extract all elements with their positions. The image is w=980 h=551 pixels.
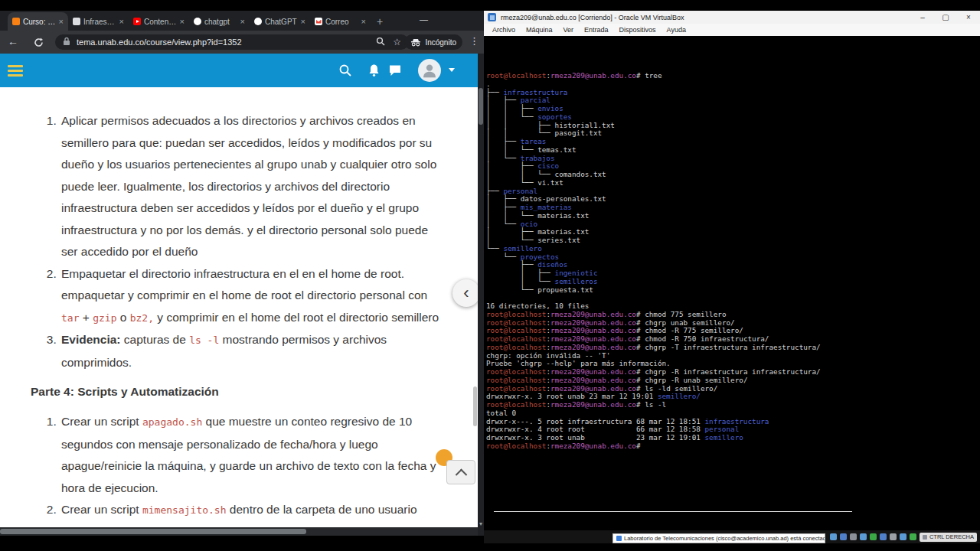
tab-label: chatgpt [204,18,237,26]
terminal-output[interactable]: root@localhost:rmeza209@unab.edu.co# tre… [486,72,821,451]
tab-close-icon[interactable]: × [301,18,305,26]
new-tab-button[interactable]: + [377,15,383,28]
vbox-menubar: Archivo Máquina Ver Entrada Dispositivos… [484,24,980,36]
gmail-favicon [315,18,322,25]
task-item: Crear un script apagado.sh que muestre u… [60,411,447,499]
menu-dispositivos[interactable]: Dispositivos [614,26,662,34]
keyboard-capture-icon [923,535,927,540]
vbox-window-title: rmeza209@unab.edu.co [Corriendo] - Oracl… [501,14,911,21]
tab-label: Curso: Infraestructura [23,18,56,26]
scroll-down-arrow-icon[interactable]: ▾ [478,520,484,527]
menu-maquina[interactable]: Máquina [521,26,558,34]
recording-status-icon[interactable] [900,533,906,540]
task-item: Aplicar permisos adecuados a los directo… [60,110,447,263]
tab-curso[interactable]: Curso: Infraestructura × [8,12,68,31]
vbox-notification: Laboratorio de Telecomunicaciones (cisco… [612,533,825,543]
bookmark-star-icon[interactable]: ☆ [393,37,401,47]
tab-chatgpt-1[interactable]: chatgpt × [189,12,250,31]
scroll-to-top-button[interactable] [446,460,475,484]
chatgpt-favicon [194,18,201,25]
menu-ver[interactable]: Ver [558,26,580,34]
browser-menu-button[interactable]: ⋮ [469,35,479,47]
vm-display-edge [494,511,852,512]
tab-correo[interactable]: Correo × [310,12,371,31]
tab-chatgpt-2[interactable]: ChatGPT × [250,12,310,31]
task-item: Empaquetar el directorio infraestructura… [60,263,447,330]
browser-window: Curso: Infraestructura × Infraestructura… [0,11,484,536]
tab-label: ChatGPT [265,18,298,26]
menu-entrada[interactable]: Entrada [579,26,614,34]
mouse-integration-status-icon[interactable] [910,533,916,540]
vm-display[interactable]: root@localhost:rmeza209@unab.edu.co# tre… [484,36,980,530]
browser-toolbar: ← tema.unab.edu.co/course/view.php?id=13… [0,31,484,54]
menu-archivo[interactable]: Archivo [487,26,521,34]
host-key-indicator: CTRL DERECHA [920,533,977,542]
search-icon[interactable] [338,64,352,80]
zoom-icon[interactable] [376,35,385,49]
refresh-button[interactable] [34,37,44,51]
hamburger-menu-icon[interactable] [8,65,23,79]
tab-label: Correo [325,18,358,26]
site-info-icon[interactable] [63,35,70,49]
tab-label: Infraestructura [83,18,116,26]
virtualbox-window: rmeza209@unab.edu.co [Corriendo] - Oracl… [484,11,980,543]
task-item: Crear un script mimensajito.sh dentro de… [60,499,447,527]
youtube-favicon [133,18,141,25]
moodle-header [0,54,484,87]
vbox-minimize-button[interactable]: – [911,11,934,24]
moodle-favicon [12,18,20,25]
notifications-bell-icon[interactable] [368,64,381,80]
inner-scrollbar-thumb[interactable] [473,386,477,426]
usb-status-icon[interactable] [880,533,887,540]
network-status-icon[interactable] [870,533,877,540]
tab-close-icon[interactable]: × [361,18,366,26]
horizontal-scrollbar[interactable] [0,527,478,536]
cd-status-icon[interactable] [850,533,857,540]
messages-chat-icon[interactable] [388,64,402,80]
vbox-close-button[interactable]: × [957,11,980,24]
shared-folders-status-icon[interactable] [890,533,897,540]
url-text[interactable]: tema.unab.edu.co/course/view.php?id=1352 [77,37,376,47]
user-avatar[interactable] [418,59,441,82]
virtualbox-app-icon [488,13,496,21]
window-minimize-button[interactable]: — [420,15,428,24]
chatgpt-favicon [254,18,262,25]
incognito-icon [410,38,421,47]
permissions-task-list: Aplicar permisos adecuados a los directo… [0,110,478,373]
screen: Curso: Infraestructura × Infraestructura… [0,0,980,551]
chevron-up-icon [455,468,467,481]
section-heading: Parte 4: Scripts y Automatización [31,385,478,399]
chevron-left-icon: ‹ [463,285,469,302]
tab-label: Contenido [144,18,177,26]
hdd-status-icon[interactable] [840,533,847,540]
task-item: Evidencia: capturas de ls -l mostrando p… [60,329,447,373]
incognito-badge: Incógnito [404,34,462,50]
tab-infraestructura[interactable]: Infraestructura × [68,12,129,31]
vbox-titlebar[interactable]: rmeza209@unab.edu.co [Corriendo] - Oracl… [484,11,980,24]
host-key-label: CTRL DERECHA [929,533,974,540]
refresh-icon [34,37,44,47]
tab-close-icon[interactable]: × [119,18,124,26]
display-status-icon[interactable] [830,533,837,540]
tab-close-icon[interactable]: × [59,18,64,26]
course-page-content: Aplicar permisos adecuados a los directo… [0,87,478,527]
audio-status-icon[interactable] [860,533,867,540]
tab-close-icon[interactable]: × [180,18,185,26]
back-button[interactable]: ← [8,35,18,47]
horizontal-scrollbar-thumb[interactable] [0,529,306,534]
tab-close-icon[interactable]: × [240,18,245,26]
drawer-toggle-button[interactable]: ‹ [452,279,480,307]
vbox-maximize-button[interactable]: ▢ [934,11,957,24]
tab-bar: Curso: Infraestructura × Infraestructura… [0,11,484,31]
vertical-scrollbar[interactable]: ▾ [478,54,484,527]
scripts-task-list: Crear un script apagado.sh que muestre u… [0,411,478,527]
notification-text: Laboratorio de Telecomunicaciones (cisco… [624,535,825,542]
network-notification-icon [616,536,622,541]
vertical-scrollbar-thumb[interactable] [479,88,483,125]
menu-ayuda[interactable]: Ayuda [662,26,691,34]
address-bar[interactable]: tema.unab.edu.co/course/view.php?id=1352… [55,34,409,50]
generic-favicon [73,18,80,25]
user-menu-caret-icon[interactable] [449,68,455,72]
tab-contenido[interactable]: Contenido × [129,12,189,31]
incognito-label: Incógnito [425,38,456,47]
